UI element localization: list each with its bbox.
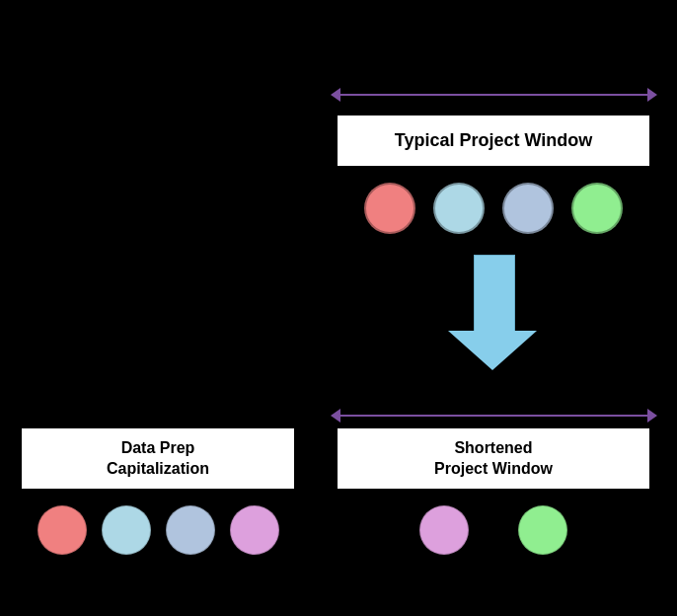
typical-arrow-head-right — [647, 88, 657, 102]
circles-top-group — [336, 183, 651, 234]
circle-pink-bot-left — [230, 505, 279, 555]
circles-bottom-left-group — [20, 505, 296, 555]
typical-project-window-label: Typical Project Window — [395, 130, 593, 151]
diagram-container: Typical Project Window Data Prep Capital… — [0, 0, 677, 616]
shortened-arrow-head-left — [331, 409, 340, 423]
circle-red-bot-left — [38, 505, 87, 555]
down-arrow-shaft — [474, 255, 515, 334]
circle-blue2-top — [502, 183, 554, 234]
shortened-arrow-head-right — [647, 409, 657, 423]
shortened-project-window-label: Shortened Project Window — [434, 438, 553, 480]
circle-blue2-bot-left — [166, 505, 215, 555]
data-prep-box: Data Prep Capitalization — [20, 426, 296, 491]
shortened-project-window-box: Shortened Project Window — [336, 426, 651, 491]
down-arrow-head — [448, 331, 537, 370]
circle-green-top — [571, 183, 623, 234]
shortened-arrow-line — [336, 415, 651, 417]
circles-bottom-right-group — [336, 505, 651, 555]
circle-blue1-bot-left — [102, 505, 151, 555]
data-prep-label: Data Prep Capitalization — [107, 438, 209, 480]
circle-pink-bot-right — [419, 505, 469, 555]
circle-green-bot-right — [518, 505, 567, 555]
typical-arrow-line — [336, 94, 651, 96]
circle-red-top — [364, 183, 415, 234]
typical-arrow-head-left — [331, 88, 340, 102]
circle-blue1-top — [433, 183, 485, 234]
typical-project-window-box: Typical Project Window — [336, 114, 651, 168]
